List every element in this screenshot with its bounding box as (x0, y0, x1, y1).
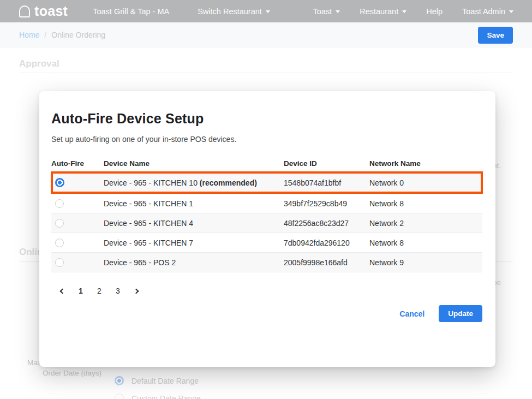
device-id-cell: 349bf7f2529c8b49 (284, 199, 369, 208)
chevron-left-icon[interactable] (58, 287, 65, 295)
table-row[interactable]: Device - 965 - POS 2 2005f9998e166afd Ne… (51, 253, 482, 272)
radio-unselected-icon[interactable] (55, 258, 64, 267)
network-name-cell: Network 2 (369, 219, 482, 228)
col-header-auto-fire: Auto-Fire (51, 159, 104, 168)
update-button[interactable]: Update (439, 305, 482, 322)
radio-unselected-icon (115, 394, 124, 399)
device-id-cell: 7db0942fda296120 (284, 239, 369, 247)
col-header-network-name: Network Name (369, 159, 482, 168)
switch-restaurant-menu[interactable]: Switch Restaurant (198, 7, 270, 16)
modal-subtitle: Set up auto-firing on one of your in-sto… (51, 135, 483, 144)
save-button[interactable]: Save (478, 27, 513, 44)
radio-selected-icon[interactable] (55, 178, 64, 187)
caret-down-icon (402, 10, 407, 13)
default-date-range-option: Default Date Range (115, 376, 199, 385)
bread-logo-icon (19, 5, 30, 17)
nav-menu-restaurant[interactable]: Restaurant (360, 7, 407, 16)
order-date-label: Order Date (days) (43, 369, 101, 377)
caret-down-icon (336, 10, 340, 13)
network-name-cell: Network 8 (369, 199, 482, 208)
radio-unselected-icon[interactable] (55, 239, 64, 247)
page-number-1[interactable]: 1 (77, 287, 84, 295)
nav-menu-toast-admin[interactable]: Toast Admin (462, 7, 513, 16)
device-table-header: Auto-Fire Device Name Device ID Network … (51, 154, 482, 172)
nav-menu-toast[interactable]: Toast (313, 7, 340, 16)
modal-footer: Cancel Update (51, 305, 483, 322)
table-row[interactable]: Device - 965 - KITCHEN 4 48f2256ac8c23d2… (51, 213, 482, 233)
device-name-cell: Device - 965 - KITCHEN 7 (104, 239, 284, 247)
page: toast Toast Grill & Tap - MA Switch Rest… (0, 0, 532, 399)
logo-text: toast (34, 3, 68, 19)
radio-unselected-icon[interactable] (55, 199, 64, 208)
approval-section-heading: Approval (19, 58, 513, 73)
network-name-cell: Network 8 (369, 239, 482, 247)
network-name-cell: Network 9 (369, 258, 482, 267)
chevron-right-icon[interactable] (133, 287, 141, 295)
restaurant-name: Toast Grill & Tap - MA (93, 7, 169, 16)
default-date-range-label: Default Date Range (131, 377, 199, 385)
device-id-cell: 2005f9998e166afd (284, 258, 369, 267)
custom-date-range-option: Custom Date Range (115, 394, 201, 399)
nav-menu-help[interactable]: Help (426, 7, 443, 16)
custom-date-range-label: Custom Date Range (131, 394, 201, 399)
switch-restaurant-label: Switch Restaurant (198, 7, 262, 16)
radio-unselected-icon[interactable] (55, 219, 64, 228)
modal-title: Auto-Fire Device Setup (51, 111, 483, 127)
device-name-cell: Device - 965 - KITCHEN 1 (104, 199, 284, 208)
page-number-2[interactable]: 2 (96, 287, 103, 295)
device-name-cell: Device - 965 - KITCHEN 10 (recommended) (104, 178, 284, 187)
col-header-device-name: Device Name (104, 159, 284, 168)
caret-down-icon (509, 10, 513, 13)
breadcrumb-home-link[interactable]: Home (19, 31, 39, 39)
col-header-device-id: Device ID (284, 159, 369, 168)
device-name-cell: Device - 965 - KITCHEN 4 (104, 219, 284, 228)
table-row[interactable]: Device - 965 - KITCHEN 10 (recommended) … (51, 172, 482, 194)
table-row[interactable]: Device - 965 - KITCHEN 1 349bf7f2529c8b4… (51, 194, 482, 213)
device-id-cell: 48f2256ac8c23d27 (284, 219, 369, 228)
top-navbar: toast Toast Grill & Tap - MA Switch Rest… (0, 0, 532, 22)
device-id-cell: 1548b074af1bfbf (284, 178, 369, 187)
pagination: 1 2 3 (51, 287, 483, 295)
network-name-cell: Network 0 (369, 178, 482, 187)
device-table: Auto-Fire Device Name Device ID Network … (51, 154, 482, 272)
auto-fire-device-setup-modal: Auto-Fire Device Setup Set up auto-firin… (39, 91, 495, 367)
radio-selected-icon (115, 376, 124, 385)
breadcrumb-current: Online Ordering (51, 31, 105, 39)
toast-logo[interactable]: toast (19, 3, 68, 19)
breadcrumb-bar: Home / Online Ordering Save (0, 22, 532, 47)
breadcrumb-separator: / (44, 31, 46, 39)
page-number-3[interactable]: 3 (115, 287, 121, 295)
table-row[interactable]: Device - 965 - KITCHEN 7 7db0942fda29612… (51, 233, 482, 253)
navbar-right-menu: Toast Restaurant Help Toast Admin (313, 7, 532, 16)
cancel-button[interactable]: Cancel (399, 309, 425, 318)
device-name-cell: Device - 965 - POS 2 (104, 258, 284, 267)
caret-down-icon (266, 10, 270, 13)
